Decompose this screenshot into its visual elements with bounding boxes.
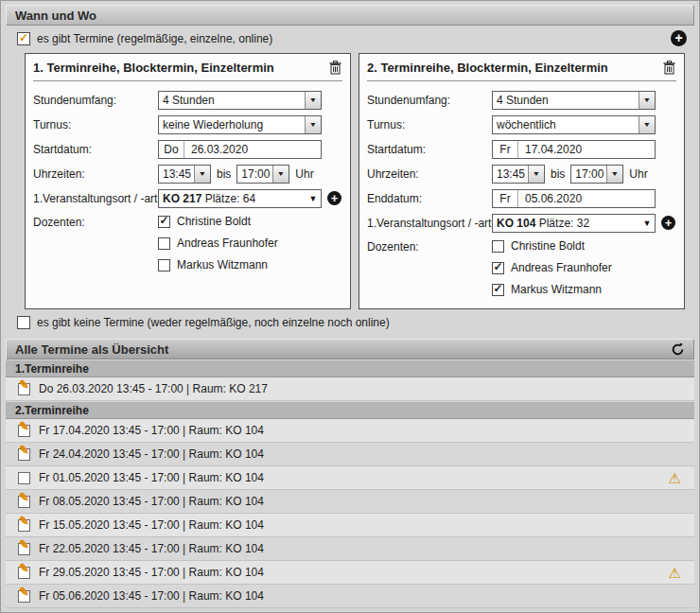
page-title: Wann und Wo	[15, 9, 96, 23]
veranstaltungsort-select[interactable]: KO 104 Plätze: 32 ▼	[492, 214, 656, 233]
dozent-name: Christine Boldt	[177, 215, 251, 228]
no-termine-checkbox[interactable]: ✓	[17, 316, 30, 329]
termin-row[interactable]: ✎ Fr 17.04.2020 13:45 - 17:00 | Raum: KO…	[6, 419, 694, 443]
turnus-select[interactable]: wöchentlich ▼	[492, 115, 656, 134]
edit-termin-icon[interactable]: ✎	[18, 425, 30, 437]
overview-title: Alle Termine als Übersicht	[15, 342, 168, 357]
termin-row[interactable]: ✎ Fr 24.04.2020 13:45 - 17:00 | Raum: KO…	[6, 443, 694, 466]
stundenumfang-select[interactable]: 4 Stunden ▼	[492, 91, 656, 110]
uhr-label: Uhr	[295, 167, 313, 181]
termin-text: Fr 22.05.2020 13:45 - 17:00 | Raum: KO 1…	[39, 542, 264, 555]
termin-row[interactable]: ✎ Do 26.03.2020 13:45 - 17:00 | Raum: KO…	[6, 377, 694, 401]
dozent-row[interactable]: ✓ Christine Boldt	[492, 239, 612, 253]
termin-row[interactable]: Fr 01.05.2020 13:45 - 17:00 | Raum: KO 1…	[6, 466, 694, 490]
weekday-value: Fr	[493, 141, 518, 158]
edit-termin-icon[interactable]: ✎	[18, 543, 30, 555]
checkbox-icon[interactable]: ✓	[158, 237, 170, 250]
trash-icon[interactable]	[662, 60, 676, 76]
edit-termin-icon[interactable]: ✎	[18, 567, 30, 579]
add-terminreihe-button[interactable]: +	[671, 30, 687, 46]
checkbox-icon[interactable]: ✓	[158, 216, 170, 228]
termin-text: Fr 29.05.2020 13:45 - 17:00 | Raum: KO 1…	[39, 566, 264, 579]
dozent-row[interactable]: ✓ Markus Witzmann	[492, 283, 612, 296]
time-from-select[interactable]: 13:45 ▼	[492, 165, 545, 184]
termin-text: Fr 08.05.2020 13:45 - 17:00 | Raum: KO 1…	[39, 495, 264, 508]
enddatum-label: Enddatum:	[367, 192, 492, 205]
dozenten-list: ✓ Christine Boldt ✓ Andreas Fraunhofer ✓…	[492, 237, 612, 296]
time-to-select[interactable]: 17:00 ▼	[236, 165, 289, 184]
edit-termin-icon[interactable]: ✎	[18, 590, 30, 603]
checkbox-icon[interactable]: ✓	[492, 240, 504, 253]
termin-row[interactable]: ✎ Fr 05.06.2020 13:45 - 17:00 | Raum: KO…	[6, 585, 694, 608]
edit-termin-icon[interactable]: ✎	[18, 383, 30, 395]
dozent-row[interactable]: ✓ Andreas Fraunhofer	[158, 236, 278, 250]
startdatum-label: Startdatum:	[367, 143, 492, 156]
weekday-value: Fr	[493, 190, 518, 207]
chevron-down-icon: ▼	[639, 92, 655, 109]
chevron-down-icon: ▼	[272, 166, 289, 183]
bis-label: bis	[217, 167, 231, 181]
refresh-icon[interactable]	[671, 342, 685, 357]
checkbox-icon[interactable]: ✓	[492, 284, 504, 296]
termin-row[interactable]: ✎ Fr 29.05.2020 13:45 - 17:00 | Raum: KO…	[6, 561, 694, 585]
startdatum-input[interactable]: Fr 17.04.2020	[492, 140, 656, 159]
termin-text: Fr 17.04.2020 13:45 - 17:00 | Raum: KO 1…	[39, 424, 264, 437]
ort-detail: Plätze: 32	[539, 217, 589, 230]
dozenten-list: ✓ Christine Boldt ✓ Andreas Fraunhofer ✓…	[158, 213, 278, 271]
termin-row[interactable]: ✎ Fr 15.05.2020 13:45 - 17:00 | Raum: KO…	[6, 514, 694, 537]
panel-divider	[33, 80, 342, 81]
termin-text: Fr 05.06.2020 13:45 - 17:00 | Raum: KO 1…	[39, 589, 264, 603]
termin-text: Do 26.03.2020 13:45 - 17:00 | Raum: KO 2…	[39, 382, 268, 395]
dozent-name: Markus Witzmann	[511, 283, 602, 296]
termin-text: Fr 24.04.2020 13:45 - 17:00 | Raum: KO 1…	[39, 447, 264, 461]
has-termine-label: es gibt Termine (regelmäßige, einzelne, …	[37, 32, 272, 45]
termin-row[interactable]: ✎ Fr 22.05.2020 13:45 - 17:00 | Raum: KO…	[6, 537, 694, 561]
chevron-down-icon: ▼	[639, 116, 655, 133]
stundenumfang-label: Stundenumfang:	[367, 94, 492, 107]
add-ort-button[interactable]: +	[327, 191, 341, 205]
ort-detail: Plätze: 64	[205, 192, 255, 205]
weekday-value: Do	[159, 141, 184, 158]
dozent-name: Markus Witzmann	[177, 258, 268, 271]
uhr-label: Uhr	[629, 167, 647, 181]
panel-2-title: 2. Terminreihe, Blocktermin, Einzeltermi…	[367, 61, 662, 75]
checkbox-termin-icon[interactable]	[18, 472, 30, 484]
warning-icon: ⚠	[669, 471, 681, 485]
group-header: 1.Terminreihe	[6, 359, 694, 377]
stundenumfang-select[interactable]: 4 Stunden ▼	[158, 91, 322, 110]
edit-termin-icon[interactable]: ✎	[18, 496, 30, 508]
terminreihe-panel-1: 1. Terminreihe, Blocktermin, Einzeltermi…	[25, 53, 351, 309]
date-value: 26.03.2020	[184, 141, 254, 158]
turnus-label: Turnus:	[367, 118, 492, 131]
date-value: 17.04.2020	[518, 141, 588, 158]
has-termine-checkbox[interactable]: ✓	[17, 32, 30, 45]
enddatum-input[interactable]: Fr 05.06.2020	[492, 189, 656, 208]
chevron-down-icon: ▼	[305, 92, 321, 109]
uhrzeiten-label: Uhrzeiten:	[33, 167, 158, 181]
dozent-row[interactable]: ✓ Markus Witzmann	[158, 258, 278, 271]
checkbox-icon[interactable]: ✓	[492, 262, 504, 274]
chevron-down-icon: ▼	[639, 215, 655, 232]
startdatum-label: Startdatum:	[33, 143, 158, 156]
group-header: 2.Terminreihe	[6, 401, 694, 419]
overview-header: Alle Termine als Übersicht	[6, 339, 694, 359]
edit-termin-icon[interactable]: ✎	[18, 448, 30, 461]
add-ort-button[interactable]: +	[661, 216, 675, 230]
dozent-row[interactable]: ✓ Christine Boldt	[158, 215, 278, 228]
time-from-select[interactable]: 13:45 ▼	[158, 165, 211, 184]
chevron-down-icon: ▼	[606, 166, 622, 183]
dozent-name: Andreas Fraunhofer	[177, 236, 278, 250]
turnus-select[interactable]: keine Wiederholung ▼	[158, 115, 322, 134]
time-to-select[interactable]: 17:00 ▼	[570, 165, 623, 184]
chevron-down-icon: ▼	[528, 166, 544, 183]
veranstaltungsort-select[interactable]: KO 217 Plätze: 64 ▼	[158, 189, 322, 208]
startdatum-input[interactable]: Do 26.03.2020	[158, 140, 322, 159]
dozent-name: Christine Boldt	[511, 239, 585, 253]
termin-row[interactable]: ✎ Fr 08.05.2020 13:45 - 17:00 | Raum: KO…	[6, 490, 694, 514]
dozent-row[interactable]: ✓ Andreas Fraunhofer	[492, 261, 612, 274]
has-termine-option-row: ✓ es gibt Termine (regelmäßige, einzelne…	[6, 26, 694, 51]
edit-termin-icon[interactable]: ✎	[18, 519, 30, 532]
panel-1-title: 1. Terminreihe, Blocktermin, Einzeltermi…	[33, 61, 328, 75]
trash-icon[interactable]	[328, 60, 342, 76]
checkbox-icon[interactable]: ✓	[158, 259, 170, 271]
